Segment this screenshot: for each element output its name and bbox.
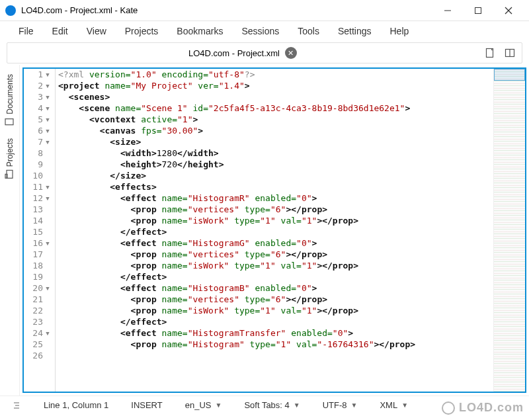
new-document-icon[interactable] [482,45,498,61]
status-encoding[interactable]: UTF-8▼ [317,400,363,410]
split-view-icon[interactable] [502,45,518,61]
fold-marker-icon[interactable]: ▼ [43,330,52,337]
document-icon [5,117,15,128]
code-line[interactable]: </effect> [58,226,491,237]
code-line[interactable]: <height>720</height> [58,159,491,170]
gutter-line[interactable]: 15 [24,226,55,237]
gutter-line[interactable]: 8 [24,147,55,159]
gutter-line[interactable]: 14 [24,215,55,226]
code-line[interactable]: <scenes> [58,91,491,103]
menu-tools[interactable]: Tools [288,23,329,39]
tab-document[interactable]: LO4D.com - Project.xml ✕ [7,47,478,59]
gutter-line[interactable]: 20▼ [24,282,55,294]
fold-marker-icon[interactable]: ▼ [43,285,52,292]
tab-label: LO4D.com - Project.xml [188,48,280,58]
gutter-line[interactable]: 16▼ [24,237,55,249]
sidebar-tab-projects[interactable]: Projects [3,134,17,184]
gutter-line[interactable]: 7▼ [24,136,55,147]
close-tab-button[interactable]: ✕ [285,47,297,59]
status-locale[interactable]: en_US▼ [180,400,227,410]
gutter-line[interactable]: 25 [24,339,55,350]
menu-projects[interactable]: Projects [116,23,168,39]
gutter-line[interactable]: 17 [24,249,55,260]
fold-marker-icon[interactable]: ▼ [43,116,52,123]
fold-marker-icon[interactable]: ▼ [43,83,52,89]
code-line[interactable]: <effect name="HistogramR" enabled="0"> [58,192,491,204]
app-icon [5,5,16,16]
code-line[interactable] [58,350,491,361]
menu-view[interactable]: View [77,23,116,39]
editor[interactable]: 1▼2▼3▼4▼5▼6▼7▼891011▼12▼13141516▼1718192… [22,67,526,393]
project-icon [5,169,15,180]
fold-marker-icon[interactable]: ▼ [43,139,52,146]
code-line[interactable]: <prop name="isWork" type="1" val="1"></p… [58,305,491,316]
code-line[interactable]: </size> [58,170,491,181]
gutter-line[interactable]: 1▼ [24,69,55,80]
gutter-line[interactable]: 21 [24,294,55,305]
fold-marker-icon[interactable]: ▼ [43,71,52,78]
gutter-line[interactable]: 9 [24,159,55,170]
minimize-button[interactable] [432,0,463,21]
code-line[interactable]: <effect name="HistogramG" enabled="0"> [58,237,491,249]
gutter-line[interactable]: 11▼ [24,181,55,192]
minimap-viewport[interactable] [494,69,525,81]
gutter-line[interactable]: 19 [24,271,55,282]
code-line[interactable]: <prop name="Histogram" type="1" val="-16… [58,339,491,350]
gutter-line[interactable]: 24▼ [24,327,55,339]
fold-marker-icon[interactable]: ▼ [43,128,52,134]
maximize-button[interactable] [463,0,493,21]
code-line[interactable]: <scene name="Scene 1" id="2c5fa4f5-a13c-… [58,103,491,114]
gutter-line[interactable]: 26 [24,350,55,361]
menu-settings[interactable]: Settings [329,23,381,39]
gutter-line[interactable]: 13 [24,204,55,215]
fold-marker-icon[interactable]: ▼ [43,105,52,112]
gutter-line[interactable]: 22 [24,305,55,316]
code-area[interactable]: <?xml version="1.0" encoding="utf-8"?><p… [56,69,493,392]
code-line[interactable]: <effect name="HistogramB" enabled="0"> [58,282,491,294]
status-mode[interactable]: INSERT [126,400,167,410]
code-line[interactable]: <prop name="vertices" type="6"></prop> [58,249,491,260]
gutter-line[interactable]: 5▼ [24,114,55,125]
code-line[interactable]: <effect name="HistogramTransfer" enabled… [58,327,491,339]
menu-sessions[interactable]: Sessions [232,23,288,39]
menu-edit[interactable]: Edit [43,23,77,39]
gutter-line[interactable]: 12▼ [24,192,55,204]
status-position[interactable]: Line 1, Column 1 [38,400,114,410]
gutter-line[interactable]: 2▼ [24,80,55,91]
indent-icon[interactable] [7,401,26,410]
code-line[interactable]: <prop name="vertices" type="6"></prop> [58,294,491,305]
gutter-line[interactable]: 10 [24,170,55,181]
code-line[interactable]: <prop name="isWork" type="1" val="1"></p… [58,260,491,271]
fold-marker-icon[interactable]: ▼ [43,184,52,190]
code-line[interactable]: <prop name="isWork" type="1" val="1"></p… [58,215,491,226]
menu-help[interactable]: Help [380,23,418,39]
code-line[interactable]: <canvas fps="30.00"> [58,125,491,136]
gutter-line[interactable]: 3▼ [24,91,55,103]
watermark: LO4D.com [442,401,524,415]
code-line[interactable]: <effects> [58,181,491,192]
code-line[interactable]: <prop name="vertices" type="6"></prop> [58,204,491,215]
menu-bookmarks[interactable]: Bookmarks [167,23,232,39]
code-line[interactable]: <project name="My Project" ver="1.4"> [58,80,491,91]
code-line[interactable]: </effect> [58,271,491,282]
gutter-line[interactable]: 23 [24,316,55,327]
status-tabs[interactable]: Soft Tabs: 4▼ [239,400,305,410]
gutter-line[interactable]: 18 [24,260,55,271]
fold-marker-icon[interactable]: ▼ [43,195,52,202]
fold-marker-icon[interactable]: ▼ [43,94,52,101]
sidebar-label: Projects [5,138,15,167]
code-line[interactable]: </effect> [58,316,491,327]
menu-file[interactable]: File [9,23,43,39]
minimap[interactable] [493,69,525,392]
gutter-line[interactable]: 6▼ [24,125,55,136]
close-button[interactable] [493,0,524,21]
minimap-content [494,69,525,392]
fold-marker-icon[interactable]: ▼ [43,240,52,247]
code-line[interactable]: <size> [58,136,491,147]
status-syntax[interactable]: XML▼ [374,400,413,410]
code-line[interactable]: <width>1280</width> [58,147,491,159]
code-line[interactable]: <vcontext active="1"> [58,114,491,125]
sidebar-tab-documents[interactable]: Documents [3,70,17,132]
gutter-line[interactable]: 4▼ [24,103,55,114]
code-line[interactable]: <?xml version="1.0" encoding="utf-8"?> [58,69,491,80]
